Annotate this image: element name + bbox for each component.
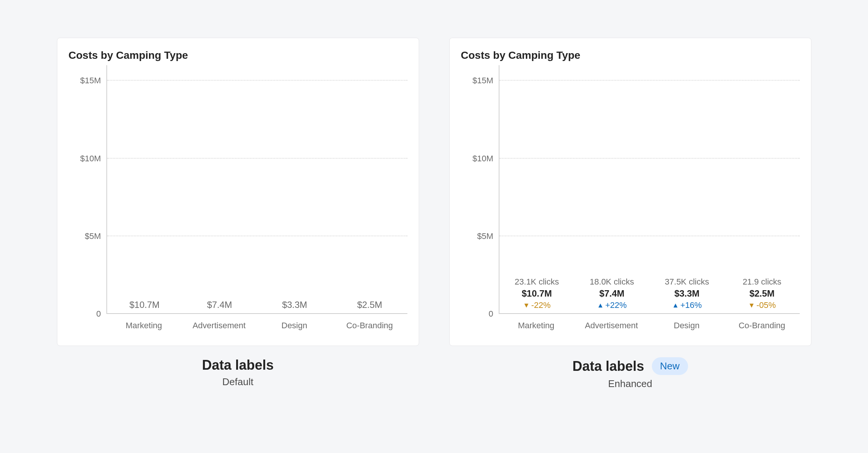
bars-row: 23.1K clicks $10.7M ▼ -22% 18.0K click xyxy=(499,65,800,314)
bar-value: $2.5M xyxy=(750,288,775,299)
bar-clicks: 18.0K clicks xyxy=(590,277,634,287)
bar-delta: ▼ -05% xyxy=(748,300,776,310)
bar-delta-text: +22% xyxy=(605,300,627,310)
y-tick: 0 xyxy=(96,309,101,319)
bar-group: $10.7M xyxy=(111,300,177,314)
caption-sub: Default xyxy=(57,376,419,388)
bar-label: $3.3M xyxy=(282,300,307,310)
bar-delta: ▼ -22% xyxy=(523,300,550,310)
chart-card-default: Costs by Camping Type $15M $10M $5M 0 $1… xyxy=(57,38,419,346)
badge-new: New xyxy=(652,357,688,375)
bar-group: $3.3M xyxy=(261,300,327,314)
bar-label: $7.4M xyxy=(207,300,232,310)
plot-area: $10.7M $7.4M $3.3M xyxy=(106,65,407,314)
y-tick: $5M xyxy=(85,231,101,241)
triangle-down-icon: ▼ xyxy=(523,302,530,309)
triangle-down-icon: ▼ xyxy=(748,302,755,309)
bar-label: 18.0K clicks $7.4M ▲ +22% xyxy=(590,277,634,310)
y-axis: $15M $10M $5M 0 xyxy=(69,65,106,314)
bar-delta: ▲ +16% xyxy=(672,300,702,310)
x-tick: Advertisement xyxy=(578,321,645,331)
bar-value: $3.3M xyxy=(282,300,307,310)
bar-value: $7.4M xyxy=(599,288,625,299)
bar-value: $3.3M xyxy=(674,288,700,299)
x-tick: Co-Branding xyxy=(729,321,795,331)
bar-group: $7.4M xyxy=(186,300,252,314)
bar-delta: ▲ +22% xyxy=(597,300,627,310)
y-tick: 0 xyxy=(489,309,493,319)
x-tick: Advertisement xyxy=(186,321,252,331)
x-axis: Marketing Advertisement Design Co-Brandi… xyxy=(106,321,407,331)
bar-group: 23.1K clicks $10.7M ▼ -22% xyxy=(504,277,570,314)
y-tick: $10M xyxy=(472,154,493,164)
chart-card-enhanced: Costs by Camping Type $15M $10M $5M 0 23… xyxy=(449,38,811,346)
bar-delta-text: +16% xyxy=(680,300,702,310)
bars-row: $10.7M $7.4M $3.3M xyxy=(107,65,407,314)
bar-group: $2.5M xyxy=(336,300,403,314)
bar-value: $7.4M xyxy=(207,300,232,310)
bar-value: $2.5M xyxy=(357,300,383,310)
y-tick: $10M xyxy=(80,154,101,164)
bar-value: $10.7M xyxy=(129,300,160,310)
caption-default: Data labels Default xyxy=(57,357,419,390)
plot-wrap: $15M $10M $5M 0 23.1K clicks $10.7M xyxy=(461,65,800,314)
caption-title: Data labels xyxy=(202,357,273,373)
caption-enhanced: Data labels New Enhanced xyxy=(449,357,811,390)
chart-title: Costs by Camping Type xyxy=(69,49,407,61)
plot-wrap: $15M $10M $5M 0 $10.7M xyxy=(69,65,407,314)
x-tick: Co-Branding xyxy=(336,321,403,331)
y-axis: $15M $10M $5M 0 xyxy=(461,65,499,314)
y-tick: $5M xyxy=(477,231,493,241)
triangle-up-icon: ▲ xyxy=(597,302,604,309)
x-tick: Marketing xyxy=(111,321,177,331)
caption-sub: Enhanced xyxy=(449,378,811,390)
bar-label: $10.7M xyxy=(129,300,160,310)
x-tick: Marketing xyxy=(503,321,569,331)
y-tick: $15M xyxy=(472,76,493,86)
bar-group: 18.0K clicks $7.4M ▲ +22% xyxy=(579,277,645,314)
plot-area: 23.1K clicks $10.7M ▼ -22% 18.0K click xyxy=(499,65,800,314)
bar-group: 21.9 clicks $2.5M ▼ -05% xyxy=(729,277,795,314)
x-axis: Marketing Advertisement Design Co-Brandi… xyxy=(499,321,800,331)
bar-delta-text: -22% xyxy=(531,300,550,310)
x-tick: Design xyxy=(653,321,720,331)
triangle-up-icon: ▲ xyxy=(672,302,679,309)
bar-clicks: 37.5K clicks xyxy=(665,277,709,287)
bar-value: $10.7M xyxy=(522,288,552,299)
y-tick: $15M xyxy=(80,76,101,86)
bar-clicks: 21.9 clicks xyxy=(743,277,782,287)
bar-label: 37.5K clicks $3.3M ▲ +16% xyxy=(665,277,709,310)
bar-group: 37.5K clicks $3.3M ▲ +16% xyxy=(654,277,720,314)
bar-label: 21.9 clicks $2.5M ▼ -05% xyxy=(743,277,782,310)
chart-title: Costs by Camping Type xyxy=(461,49,800,61)
bar-label: 23.1K clicks $10.7M ▼ -22% xyxy=(515,277,559,310)
bar-delta-text: -05% xyxy=(756,300,776,310)
x-tick: Design xyxy=(261,321,327,331)
bar-clicks: 23.1K clicks xyxy=(515,277,559,287)
caption-title: Data labels xyxy=(572,358,644,374)
bar-label: $2.5M xyxy=(357,300,383,310)
